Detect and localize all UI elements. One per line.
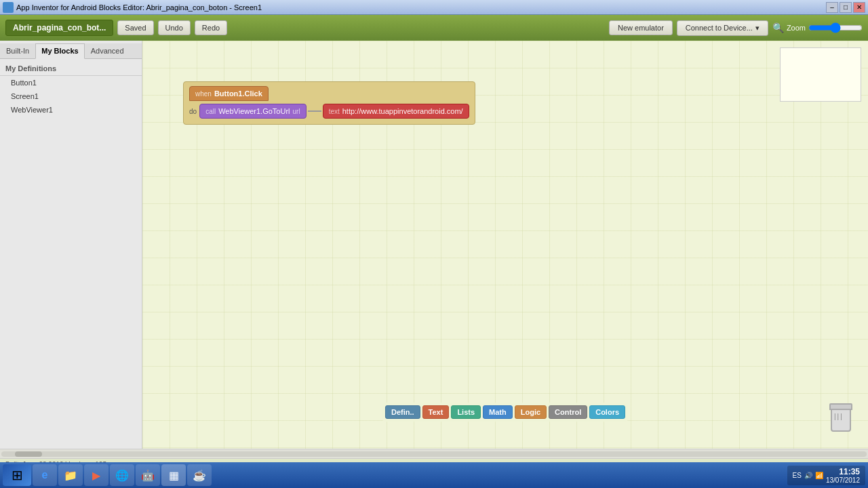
maximize-button[interactable]: □	[840, 2, 852, 13]
minimize-button[interactable]: –	[826, 2, 838, 13]
titlebar: App Inventor for Android Blocks Editor: …	[0, 0, 868, 15]
scrollbar-track	[1, 451, 867, 457]
sidebar-tab-builtin[interactable]: Built-In	[0, 43, 35, 58]
redo-button[interactable]: Redo	[195, 20, 227, 35]
chrome-icon: 🌐	[115, 469, 129, 482]
sidebar-item-screen1[interactable]: Screen1	[0, 89, 142, 103]
app-icon	[3, 2, 14, 13]
saved-button[interactable]: Saved	[117, 20, 153, 35]
folder-icon: 📁	[64, 469, 77, 482]
when-label: when	[195, 90, 212, 98]
app-title-label: Abrir_pagina_con_bot...	[5, 20, 113, 36]
header-right: New emulator Connect to Device... ▾ 🔍 Zo…	[609, 20, 863, 36]
new-emulator-button[interactable]: New emulator	[609, 20, 673, 35]
media-icon: ▶	[92, 469, 100, 482]
start-icon: ⊞	[12, 467, 23, 483]
sidebar-tabs: Built-In My Blocks Advanced	[0, 43, 142, 59]
palette-lists-button[interactable]: Lists	[451, 405, 481, 419]
taskbar-blocks[interactable]: ▦	[161, 464, 186, 486]
android-icon: 🤖	[141, 469, 155, 482]
window-controls: – □ ✕	[826, 2, 865, 13]
locale-label: ES	[793, 472, 802, 479]
canvas-area[interactable]: when Button1.Click do call WebViewer1.Go…	[142, 41, 868, 449]
taskbar-chrome[interactable]: 🌐	[110, 464, 134, 486]
zoom-slider[interactable]	[808, 22, 863, 33]
block-when[interactable]: when Button1.Click	[189, 86, 269, 101]
close-button[interactable]: ✕	[853, 2, 865, 13]
ie-icon: e	[42, 469, 48, 481]
button-click-label: Button1.Click	[214, 89, 262, 98]
trash-button[interactable]	[827, 405, 854, 435]
my-definitions-section: My Definitions	[0, 62, 142, 76]
dropdown-arrow-icon: ▾	[755, 24, 760, 33]
taskbar-ie[interactable]: e	[33, 464, 57, 486]
undo-button[interactable]: Undo	[158, 20, 191, 35]
block-do-row: do call WebViewer1.GoToUrl url text http…	[189, 104, 469, 119]
palette-control-button[interactable]: Control	[549, 405, 587, 419]
taskbar-android[interactable]: 🤖	[136, 464, 160, 486]
url-value: http://www.tuappinvetorandroid.com/	[342, 107, 463, 115]
window-title: App Inventor for Android Blocks Editor: …	[16, 3, 262, 12]
trash-icon	[831, 407, 851, 432]
block-text-url[interactable]: text http://www.tuappinvetorandroid.com/	[323, 104, 469, 119]
taskbar-folder[interactable]: 📁	[58, 464, 83, 486]
palette-text-button[interactable]: Text	[422, 405, 450, 419]
sidebar-tab-advanced[interactable]: Advanced	[85, 43, 130, 58]
block-call[interactable]: call WebViewer1.GoToUrl url	[199, 104, 307, 119]
speaker-icon: 🔊	[804, 472, 812, 479]
taskbar-java[interactable]: ☕	[187, 464, 212, 486]
palette-logic-button[interactable]: Logic	[515, 405, 547, 419]
clock-date: 13/07/2012	[826, 476, 860, 484]
block-group: when Button1.Click do call WebViewer1.Go…	[183, 81, 475, 125]
zoom-icon: 🔍	[772, 22, 784, 33]
connect-device-label: Connect to Device...	[686, 24, 753, 32]
url-connector-label: url	[293, 108, 300, 115]
palette-defn-button[interactable]: Defin..	[385, 405, 420, 419]
java-icon: ☕	[193, 469, 206, 482]
zoom-area: 🔍 Zoom	[772, 22, 863, 33]
blocks-icon: ▦	[169, 469, 179, 482]
zoom-label: Zoom	[787, 24, 806, 32]
taskbar-media[interactable]: ▶	[84, 464, 108, 486]
do-label: do	[189, 108, 197, 115]
url-connector	[308, 110, 321, 112]
clock-time: 11:35	[826, 467, 860, 476]
minimap	[780, 47, 861, 102]
text-label: text	[329, 108, 340, 115]
sidebar: Built-In My Blocks Advanced My Definitio…	[0, 41, 142, 449]
start-button[interactable]: ⊞	[3, 464, 31, 486]
horizontal-scrollbar[interactable]	[0, 449, 868, 458]
network-icon: 📶	[815, 472, 823, 479]
palette-toolbar: Defin.. Text Lists Math Logic Control Co…	[382, 403, 628, 422]
sidebar-item-webviewer1[interactable]: WebViewer1	[0, 103, 142, 117]
taskbar: ⊞ e 📁 ▶ 🌐 🤖 ▦ ☕ ES 🔊 📶 11:35 13/07/2012	[0, 462, 868, 488]
main-layout: Built-In My Blocks Advanced My Definitio…	[0, 41, 868, 449]
sidebar-tab-myblocks[interactable]: My Blocks	[35, 43, 84, 59]
connect-device-button[interactable]: Connect to Device... ▾	[677, 20, 768, 36]
system-clock: 11:35 13/07/2012	[826, 467, 860, 484]
blocks-container: when Button1.Click do call WebViewer1.Go…	[183, 81, 475, 125]
app-header: Abrir_pagina_con_bot... Saved Undo Redo …	[0, 15, 868, 41]
sidebar-item-button1[interactable]: Button1	[0, 76, 142, 89]
palette-math-button[interactable]: Math	[483, 405, 513, 419]
taskbar-right: ES 🔊 📶 11:35 13/07/2012	[787, 466, 865, 485]
palette-colors-button[interactable]: Colors	[589, 405, 625, 419]
scrollbar-thumb[interactable]	[15, 451, 42, 457]
call-label: call	[205, 108, 216, 115]
webviewer-goto-label: WebViewer1.GoToUrl	[218, 107, 290, 115]
